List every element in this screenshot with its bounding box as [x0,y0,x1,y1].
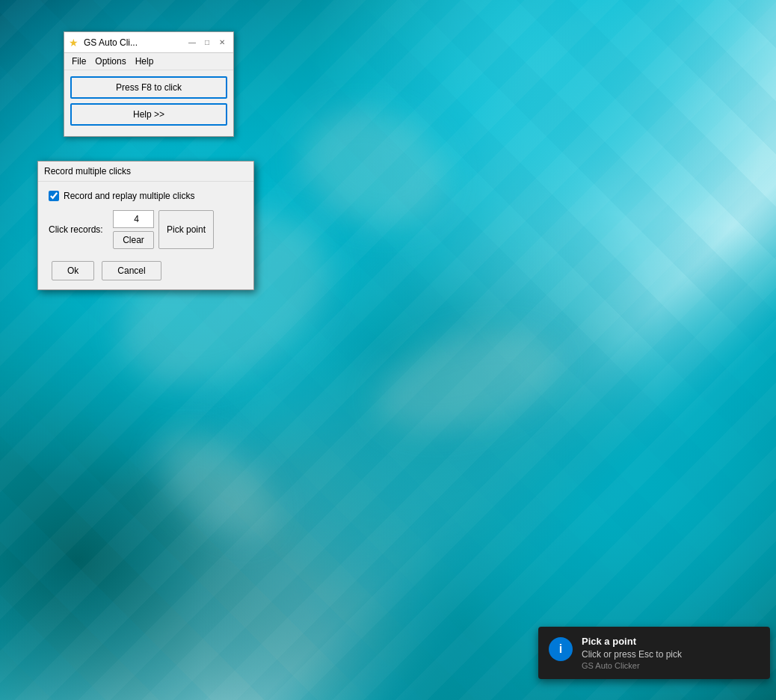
cancel-button[interactable]: Cancel [102,261,161,280]
notification-toast: i Pick a point Click or press Esc to pic… [538,627,770,679]
window-controls: — □ ✕ [185,36,229,49]
close-button[interactable]: ✕ [215,36,229,49]
dialog-buttons: Ok Cancel [49,261,243,280]
record-replay-checkbox[interactable] [49,191,59,201]
pick-point-button[interactable]: Pick point [158,210,214,249]
help-button[interactable]: Help >> [70,103,227,126]
press-f8-button[interactable]: Press F8 to click [70,76,227,99]
water-patch-2 [284,90,463,246]
minimize-button[interactable]: — [185,36,199,49]
ok-button[interactable]: Ok [52,261,94,280]
info-icon: i [559,642,562,656]
notification-icon: i [549,637,573,661]
input-clear-group: Clear [113,210,154,249]
menu-bar: File Options Help [64,53,233,70]
app-icon: ★ [69,37,81,49]
notification-app-name: GS Auto Clicker [582,661,760,670]
record-replay-label: Record and replay multiple clicks [64,191,194,201]
water-patch-4 [141,414,292,558]
maximize-button[interactable]: □ [200,36,214,49]
dialog-body: Record and replay multiple clicks Click … [38,182,253,289]
app-window: ★ GS Auto Cli... — □ ✕ File Options Help… [64,31,234,137]
checkbox-row: Record and replay multiple clicks [49,191,243,201]
click-records-label: Click records: [49,224,108,235]
menu-help[interactable]: Help [131,55,158,68]
app-title: GS Auto Cli... [84,37,185,48]
click-records-input[interactable] [113,210,154,228]
notification-title: Pick a point [582,636,760,647]
title-bar: ★ GS Auto Cli... — □ ✕ [64,32,233,53]
menu-options[interactable]: Options [90,55,130,68]
notification-content: Pick a point Click or press Esc to pick … [582,636,760,670]
water-patch-3 [366,314,570,449]
menu-file[interactable]: File [67,55,90,68]
record-clicks-dialog: Record multiple clicks Record and replay… [37,161,254,290]
click-records-row: Click records: Clear Pick point [49,210,243,249]
dialog-title: Record multiple clicks [38,162,253,182]
window-body: Press F8 to click Help >> [64,70,233,136]
clear-button[interactable]: Clear [113,231,154,249]
notification-subtitle: Click or press Esc to pick [582,649,760,660]
